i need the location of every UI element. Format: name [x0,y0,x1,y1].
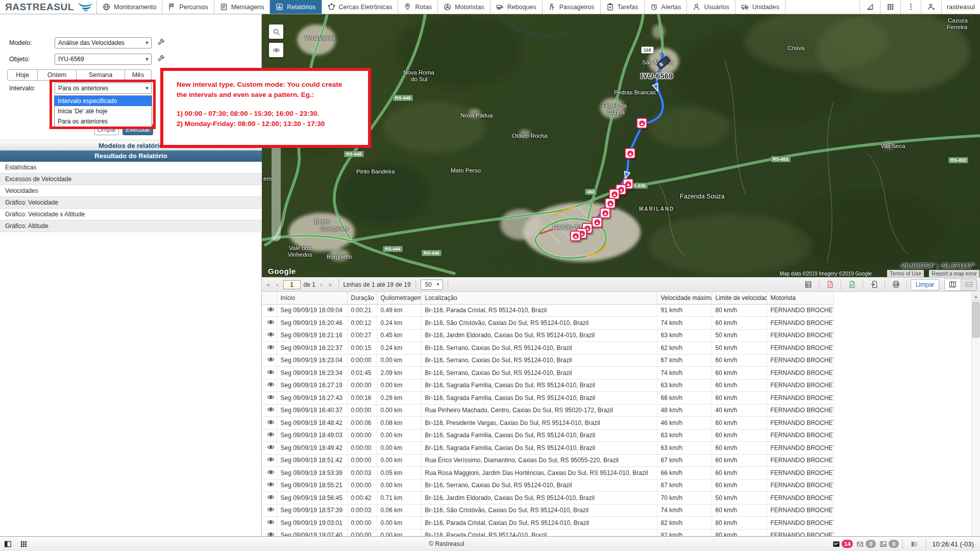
row-view-eye-icon[interactable] [262,392,277,405]
notes-status[interactable]: 14 [832,540,853,548]
tab-relat-rios[interactable]: Relatórios [270,0,322,14]
section-resultado-do-relatorio[interactable]: Resultado do Relatório [0,151,262,162]
start-time-link[interactable]: Seg 09/09/19 18:53:39 [277,467,347,480]
row-view-eye-icon[interactable] [262,442,277,455]
start-time-link[interactable]: Seg 09/09/19 18:55:21 [277,479,347,492]
export-button[interactable] [867,279,881,290]
row-view-eye-icon[interactable] [262,429,277,442]
max-speed-link[interactable]: 63 km/h [657,429,712,442]
image-status[interactable]: 0 [879,540,899,548]
location-link[interactable]: Br-116, São Cristóvão, Caxias Do Sul, RS… [421,504,657,517]
row-view-eye-icon[interactable] [262,417,277,430]
row-view-eye-icon[interactable] [262,479,277,492]
location-link[interactable]: Rua Pinheiro Machado, Centro, Caxias Do … [421,404,657,417]
start-time-link[interactable]: Seg 09/09/19 16:40:37 [277,404,347,417]
result-item-velocidades[interactable]: Velocidades [0,185,262,197]
tab-unidades[interactable]: Unidades [736,0,786,14]
pager-prev-button[interactable]: ‹ [275,281,280,288]
start-time-link[interactable]: Seg 09/09/19 18:57:39 [277,504,347,517]
location-link[interactable]: Br-116, Serrano, Caxias Do Sul, RS 95124… [421,342,657,355]
start-time-link[interactable]: Seg 09/09/19 18:49:42 [277,442,347,455]
result-item-estat-sticas[interactable]: Estatísticas [0,162,262,173]
scroll-up-arrow-icon[interactable]: ▲ [972,292,980,301]
userArrow-button[interactable] [921,0,941,14]
intervalo-option[interactable]: Inicia 'De' até hoje [55,106,152,116]
max-speed-link[interactable]: 46 km/h [657,417,712,430]
column-header[interactable]: Motorista [767,292,834,304]
period-button-hoje[interactable]: Hoje [7,69,38,81]
result-item-gr-fico-altitude[interactable]: Gráfico: Altitude [0,220,262,232]
report-map-error-link[interactable]: Report a map error [929,270,979,277]
location-link[interactable]: Br-116, São Cristóvão, Caxias Do Sul, RS… [421,317,657,330]
max-speed-link[interactable]: 67 km/h [657,479,712,492]
start-time-link[interactable]: Seg 09/09/19 16:22:37 [277,342,347,355]
google-logo[interactable]: Google [268,267,296,276]
pager-next-button[interactable]: › [318,281,324,288]
ruler-button[interactable] [860,0,880,14]
max-speed-link[interactable]: 63 km/h [657,442,712,455]
start-time-link[interactable]: Seg 09/09/19 18:48:42 [277,417,347,430]
max-speed-link[interactable]: 70 km/h [657,492,712,505]
location-link[interactable]: Br-116, Serrano, Caxias Do Sul, RS 95124… [421,354,657,367]
row-view-eye-icon[interactable] [262,379,277,392]
grid9-button[interactable] [880,0,900,14]
split-view-toggle[interactable] [961,279,976,290]
pdf-button[interactable] [823,279,837,290]
logged-user[interactable]: rastreasul [941,0,980,14]
max-speed-link[interactable]: 63 km/h [657,329,712,342]
terms-of-use-link[interactable]: Terms of Use [887,270,924,277]
start-time-link[interactable]: Seg 09/09/19 16:09:04 [277,304,347,317]
column-header[interactable]: Quilometragem [377,292,421,304]
row-view-eye-icon[interactable] [262,492,277,505]
xls-button[interactable] [845,279,859,290]
page-number-input[interactable] [283,280,301,289]
row-view-eye-icon[interactable] [262,304,277,317]
location-link[interactable]: Rua Rosa Maggioni, Jardim Das Hortências… [421,467,657,480]
column-header[interactable]: Duração [347,292,377,304]
max-speed-link[interactable]: 74 km/h [657,367,712,380]
row-view-eye-icon[interactable] [262,504,277,517]
apps-grid-icon[interactable] [16,540,32,548]
location-link[interactable]: Br-116, Serrano, Caxias Do Sul, RS 95124… [421,479,657,492]
max-speed-link[interactable]: 48 km/h [657,404,712,417]
max-speed-link[interactable]: 67 km/h [657,354,712,367]
scrollbar-thumb[interactable] [972,302,979,338]
result-item-excessos-de-velocidade[interactable]: Excessos de Velocidade [0,173,262,185]
modelo-settings-wrench-icon[interactable] [157,38,165,47]
row-view-eye-icon[interactable] [262,342,277,355]
row-view-eye-icon[interactable] [262,354,277,367]
sidebar-toggle-icon[interactable] [0,540,16,548]
objeto-select[interactable]: IYU-6569▼ [55,54,152,65]
max-speed-link[interactable]: 63 km/h [657,379,712,392]
row-view-eye-icon[interactable] [262,467,277,480]
location-link[interactable]: Br-116, Serrano, Caxias Do Sul, RS 95124… [421,367,657,380]
map-zoom-slider[interactable] [272,139,281,241]
tab-passageiros[interactable]: Passageiros [543,0,601,14]
start-time-link[interactable]: Seg 09/09/19 18:51:42 [277,454,347,467]
tab-usu-rios[interactable]: Usuários [687,0,735,14]
location-link[interactable]: Br-116, Parada Cristal, RS 95124-010, Br… [421,304,657,317]
tab-tarefas[interactable]: Tarefas [601,0,645,14]
table-scrollbar[interactable]: ▲ [971,292,980,536]
speeding-event-marker[interactable] [592,217,602,228]
location-link[interactable]: Br-116, Sagrada Família, Caxias Do Sul, … [421,392,657,405]
start-time-link[interactable]: Seg 09/09/19 16:27:43 [277,392,347,405]
result-item-gr-fico-velocidade[interactable]: Gráfico: Velocidade [0,197,262,209]
tab-reboques[interactable]: Reboques [491,0,543,14]
location-link[interactable]: Br-116, Sagrada Família, Caxias Do Sul, … [421,379,657,392]
period-button-semana[interactable]: Semana [76,69,125,81]
period-button-ontem[interactable]: Ontem [37,69,77,81]
start-time-link[interactable]: Seg 09/09/19 16:20:46 [277,317,347,330]
period-button-mês[interactable]: Mês [125,69,152,81]
max-speed-link[interactable]: 82 km/h [657,529,712,536]
start-time-link[interactable]: Seg 09/09/19 18:56:45 [277,492,347,505]
mail-status[interactable]: 0 [856,540,876,548]
panel-toggle-icon[interactable] [906,540,922,548]
row-view-eye-icon[interactable] [262,317,277,330]
column-header[interactable]: Velocidade máxima [657,292,712,304]
max-speed-link[interactable]: 82 km/h [657,517,712,530]
docTable-button[interactable] [801,279,815,290]
max-speed-link[interactable]: 74 km/h [657,504,712,517]
intervalo-option[interactable]: Para os anteriores [55,116,152,127]
location-link[interactable]: Br-116, Parada Cristal, RS 95124-010, Br… [421,529,657,536]
